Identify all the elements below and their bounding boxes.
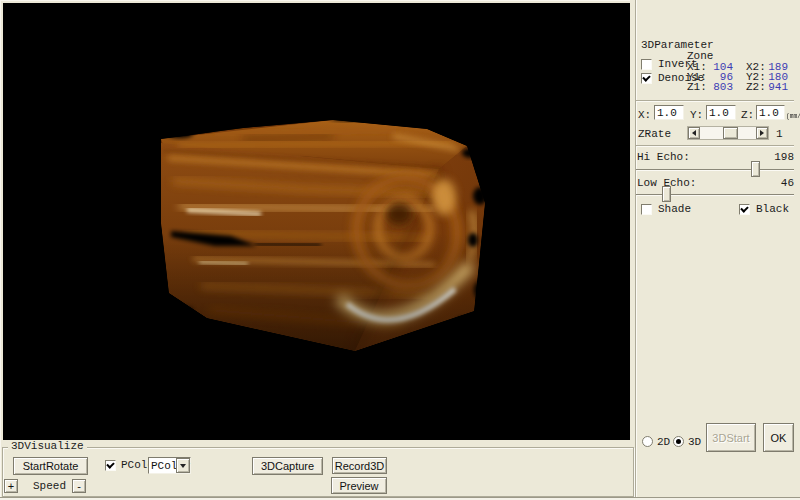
scale-x-input[interactable] <box>654 105 684 120</box>
low-echo-slider-thumb[interactable] <box>662 186 671 202</box>
pcolor-checkbox[interactable] <box>105 460 116 471</box>
preview-button[interactable]: Preview <box>331 477 387 494</box>
black-label: Black <box>756 204 789 215</box>
speed-plus-button[interactable]: + <box>4 479 18 493</box>
panel-divider <box>635 0 637 500</box>
ok-button[interactable]: OK <box>763 423 794 452</box>
mode-2d-radio[interactable] <box>642 436 653 447</box>
low-echo-value: 46 <box>754 178 794 189</box>
check-icon <box>642 73 650 81</box>
invert-checkbox[interactable] <box>641 59 652 70</box>
separator <box>636 145 794 147</box>
zrate-scrollbar[interactable] <box>687 126 769 140</box>
arrow-right-icon[interactable] <box>756 127 768 139</box>
separator <box>636 100 794 102</box>
shade-label: Shade <box>658 204 691 215</box>
check-icon <box>740 204 748 212</box>
speed-minus-button[interactable]: - <box>72 479 86 493</box>
denoise-checkbox[interactable] <box>641 73 652 84</box>
pcolor-select[interactable]: PColor <box>148 457 191 474</box>
zrate-value: 1 <box>776 129 783 140</box>
mode-3d-radio[interactable] <box>673 436 684 447</box>
scale-unit-label: (mm/p) <box>786 110 800 121</box>
parameter-panel: 3DParameter Invert Denoise Zone X1: 104 … <box>630 0 800 500</box>
scale-z-label: Z: <box>741 110 754 121</box>
3dcapture-button[interactable]: 3DCapture <box>252 457 323 475</box>
volume-render-3d <box>3 3 630 440</box>
visualize-group-title: 3DVisualize <box>8 441 87 452</box>
check-icon <box>106 460 114 468</box>
scale-z-input[interactable] <box>756 105 785 120</box>
mode-3d-label: 3D <box>688 437 701 448</box>
scale-y-label: Y: <box>690 110 703 121</box>
mode-2d-label: 2D <box>657 437 670 448</box>
black-checkbox[interactable] <box>739 204 750 215</box>
zrate-scrollbar-thumb[interactable] <box>723 127 738 139</box>
shade-checkbox[interactable] <box>641 204 652 215</box>
3dstart-button[interactable]: 3DStart <box>706 423 756 452</box>
hi-echo-value: 198 <box>754 152 794 163</box>
hi-echo-label: Hi Echo: <box>637 152 690 163</box>
record3d-button[interactable]: Record3D <box>332 457 387 474</box>
zone-z2-value: 941 <box>760 82 788 93</box>
chevron-down-icon[interactable] <box>176 458 190 473</box>
start-rotate-button[interactable]: StartRotate <box>13 457 88 475</box>
hi-echo-slider-track[interactable] <box>636 169 794 171</box>
speed-label: Speed <box>33 481 66 492</box>
zone-z1-value: 803 <box>705 82 733 93</box>
arrow-left-icon[interactable] <box>688 127 700 139</box>
zone-z1-label: Z1: <box>687 82 707 93</box>
app-window: 3DParameter Invert Denoise Zone X1: 104 … <box>0 0 800 500</box>
scale-y-input[interactable] <box>706 105 736 120</box>
hi-echo-slider-thumb[interactable] <box>751 161 760 177</box>
low-echo-slider-track[interactable] <box>636 194 794 196</box>
scale-x-label: X: <box>638 110 651 121</box>
render-viewport[interactable] <box>3 3 630 440</box>
zrate-label: ZRate <box>638 129 671 140</box>
